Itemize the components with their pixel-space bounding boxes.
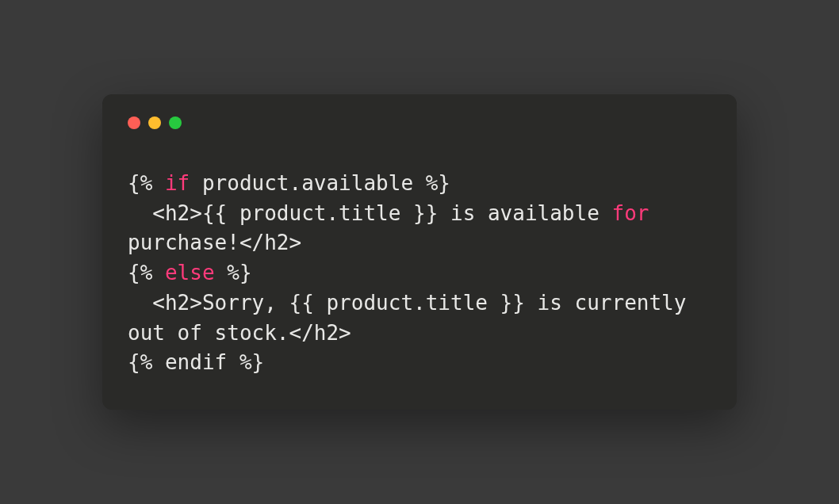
- code-text: %}: [215, 261, 252, 284]
- minimize-icon[interactable]: [148, 116, 161, 129]
- keyword-if: if: [165, 171, 190, 195]
- keyword-for: for: [612, 201, 649, 225]
- code-text: {% endif %}: [128, 350, 264, 374]
- code-text: <h2>Sorry, {{ product.title }} is curren…: [128, 291, 699, 345]
- code-text: product.available %}: [190, 171, 450, 195]
- code-block: {% if product.available %} <h2>{{ produc…: [128, 169, 711, 378]
- code-text: {%: [128, 171, 165, 195]
- maximize-icon[interactable]: [169, 116, 182, 129]
- window-controls: [128, 116, 711, 129]
- code-text: <h2>{{ product.title }} is available: [128, 201, 612, 225]
- close-icon[interactable]: [128, 116, 140, 129]
- keyword-else: else: [165, 261, 215, 284]
- code-text: {%: [128, 261, 165, 284]
- code-window: {% if product.available %} <h2>{{ produc…: [102, 94, 737, 410]
